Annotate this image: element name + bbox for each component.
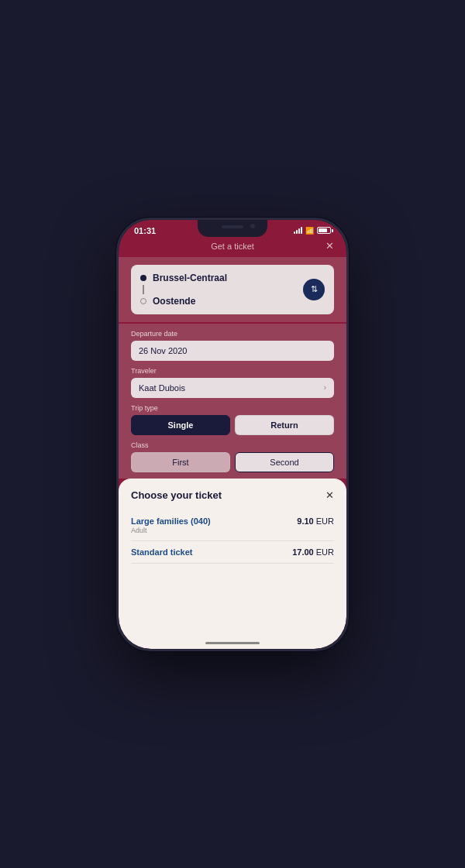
origin-name: Brussel-Centraal: [153, 273, 227, 283]
departure-label: Departure date: [131, 330, 334, 338]
single-trip-button[interactable]: Single: [131, 415, 230, 435]
chevron-right-icon: ›: [324, 383, 326, 392]
class-label: Class: [131, 441, 334, 449]
route-stops: Brussel-Centraal Oostende: [140, 273, 303, 307]
destination-dot-icon: [140, 298, 146, 304]
swap-icon: ⇅: [311, 284, 318, 294]
first-class-label: First: [172, 458, 188, 467]
wifi-icon: 📶: [305, 227, 314, 235]
destination-name: Oostende: [153, 296, 195, 307]
route-line: [143, 285, 144, 294]
departure-field[interactable]: 26 Nov 2020: [131, 341, 334, 361]
phone-frame: 01:31 📶 Get a ticket ✕: [116, 218, 349, 651]
route-inner: Brussel-Centraal Oostende ⇅: [131, 265, 334, 314]
trip-type-label: Trip type: [131, 404, 334, 412]
sheet-title: Choose your ticket: [131, 489, 222, 501]
origin-stop: Brussel-Centraal: [140, 273, 303, 283]
notch: [198, 220, 267, 237]
route-section: Brussel-Centraal Oostende ⇅: [119, 257, 346, 324]
departure-value: 26 Nov 2020: [139, 346, 187, 355]
ticket-row-standard: Standard ticket 17.00 EUR: [131, 547, 334, 557]
trip-type-row: Single Return: [131, 415, 334, 435]
ticket-price-large: 9.10 EUR: [297, 516, 334, 526]
ticket-price-standard: 17.00 EUR: [292, 547, 334, 557]
form-section: Departure date 26 Nov 2020 Traveler Kaat…: [119, 324, 346, 479]
return-label: Return: [270, 420, 298, 430]
ticket-item-standard[interactable]: Standard ticket 17.00 EUR: [131, 541, 334, 564]
second-class-button[interactable]: Second: [235, 452, 334, 472]
ticket-name-large: Large families (040): [131, 516, 211, 526]
origin-dot-icon: [140, 275, 146, 281]
notch-speaker: [222, 225, 243, 228]
notch-camera: [250, 224, 255, 228]
phone-screen: 01:31 📶 Get a ticket ✕: [119, 220, 346, 649]
ticket-name-standard: Standard ticket: [131, 547, 192, 557]
ticket-type-large: Adult: [131, 527, 334, 534]
sheet-close-button[interactable]: ✕: [326, 489, 334, 501]
ticket-row: Large families (040) 9.10 EUR: [131, 516, 334, 526]
single-label: Single: [167, 420, 193, 430]
swap-button[interactable]: ⇅: [303, 279, 325, 300]
header-close-button[interactable]: ✕: [326, 240, 334, 252]
ticket-item-large-families[interactable]: Large families (040) 9.10 EUR Adult: [131, 510, 334, 541]
home-indicator: [205, 642, 260, 644]
return-trip-button[interactable]: Return: [235, 415, 334, 435]
bottom-sheet: Choose your ticket ✕ Large families (040…: [119, 479, 346, 649]
header-title: Get a ticket: [211, 242, 254, 251]
status-icons: 📶: [294, 227, 331, 235]
signal-bars-icon: [294, 227, 302, 234]
destination-stop: Oostende: [140, 296, 303, 307]
status-time: 01:31: [134, 226, 156, 235]
sheet-header: Choose your ticket ✕: [131, 489, 334, 501]
class-row: First Second: [131, 452, 334, 472]
second-class-label: Second: [270, 458, 298, 467]
traveler-label: Traveler: [131, 367, 334, 375]
battery-icon: [317, 227, 331, 234]
first-class-button[interactable]: First: [131, 452, 230, 472]
traveler-value: Kaat Dubois: [139, 383, 185, 393]
app-header: Get a ticket ✕: [119, 238, 346, 257]
traveler-field[interactable]: Kaat Dubois ›: [131, 378, 334, 398]
